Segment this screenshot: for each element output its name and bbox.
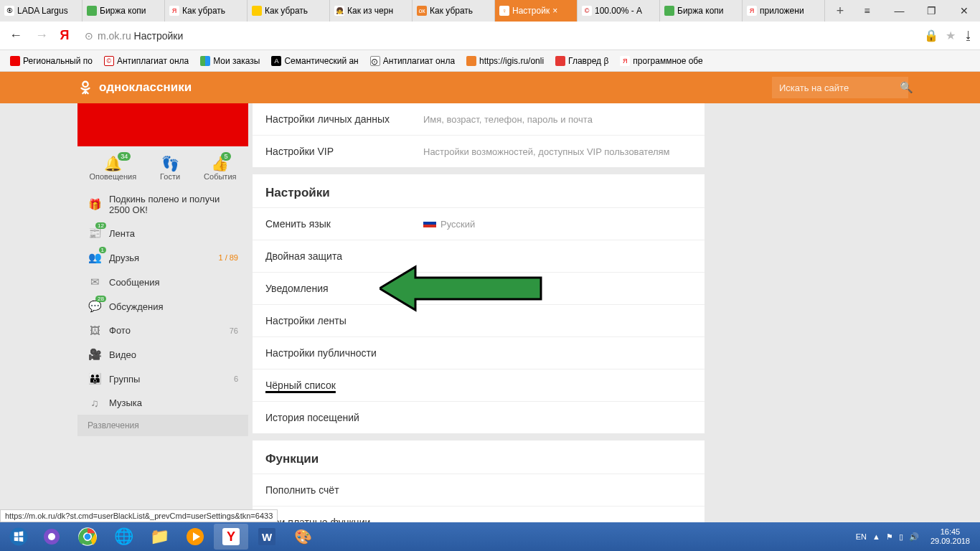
- globe-icon: ⊙: [85, 30, 93, 42]
- bookmark-5[interactable]: https://igis.ru/onli: [462, 55, 548, 67]
- guests-button[interactable]: 👣Гости: [160, 155, 180, 181]
- cortana-button[interactable]: [34, 524, 69, 550]
- nav-photo[interactable]: 🖼Фото76: [77, 319, 248, 342]
- tab-0[interactable]: ⦿LADA Largus: [0, 0, 83, 22]
- ok-logo[interactable]: одноклассники: [77, 80, 192, 95]
- bookmark-3[interactable]: AСемантический ан: [267, 55, 362, 67]
- svg-point-5: [10, 528, 28, 546]
- nav-section-entertainment: Развлечения: [77, 415, 248, 436]
- ie-button[interactable]: 🌐: [106, 524, 141, 550]
- ok-header: одноклассники 🔍: [0, 72, 980, 103]
- nav-discussions[interactable]: 💬28Обсуждения: [77, 294, 248, 319]
- close-icon[interactable]: ×: [552, 6, 557, 16]
- tray-flag-icon[interactable]: ▲: [872, 532, 880, 541]
- tab-4[interactable]: 👧Как из черн: [330, 0, 413, 22]
- media-button[interactable]: [178, 524, 212, 550]
- row-topup[interactable]: Пополнить счёт: [253, 474, 705, 506]
- back-button[interactable]: ←: [6, 26, 26, 46]
- downloads-icon[interactable]: ⭳: [963, 29, 974, 42]
- tray-action-center-icon[interactable]: ⚑: [886, 532, 893, 542]
- tab-1[interactable]: Биржа копи: [83, 0, 165, 22]
- tab-7[interactable]: ©100.00% - А: [578, 0, 660, 22]
- row-vip-settings[interactable]: Настройки VIPНастройки возможностей, дос…: [253, 135, 705, 167]
- window-controls: ≡ — ❐ ✕: [851, 0, 980, 22]
- row-privacy-settings[interactable]: Настройки публичности: [253, 336, 705, 369]
- paint-button[interactable]: 🎨: [286, 524, 320, 550]
- profile-block[interactable]: [77, 103, 248, 146]
- bookmark-6[interactable]: Главред β: [551, 55, 613, 67]
- row-double-protection[interactable]: Двойная защита: [253, 240, 705, 272]
- protect-icon[interactable]: 🔒: [924, 29, 938, 42]
- bookmark-7[interactable]: Япрограммное обе: [616, 55, 707, 67]
- minimize-button[interactable]: —: [883, 0, 915, 22]
- tab-5[interactable]: окКак убрать: [413, 0, 495, 22]
- tray-battery-icon[interactable]: ▯: [899, 532, 903, 542]
- url-bar[interactable]: ⊙ m.ok.ru Настройки: [77, 25, 918, 47]
- tab-2[interactable]: ЯКак убрать: [165, 0, 248, 22]
- row-language[interactable]: Сменить языкРусский: [253, 207, 705, 240]
- chrome-button[interactable]: [70, 524, 105, 550]
- tab-6-active[interactable]: ♀Настройк×: [495, 0, 578, 22]
- nav-messages[interactable]: ✉Сообщения: [77, 270, 248, 294]
- card-top: Настройки личных данныхИмя, возраст, тел…: [253, 103, 705, 167]
- thumb-icon: 👍: [204, 155, 236, 172]
- main-panel: Настройки личных данныхИмя, возраст, тел…: [253, 103, 705, 528]
- row-history[interactable]: История посещений: [253, 401, 705, 433]
- url-text: m.ok.ru Настройки: [98, 30, 183, 42]
- notifications-button[interactable]: 🔔34Оповещения: [89, 155, 136, 181]
- nav-groups[interactable]: 👪Группы6: [77, 367, 248, 391]
- friends-icon: 👥1: [88, 251, 102, 264]
- bookmark-star-icon[interactable]: ★: [946, 29, 956, 42]
- browser-navbar: ← → Я ⊙ m.ok.ru Настройки 🔒 ★ ⭳: [0, 22, 980, 50]
- footsteps-icon: 👣: [160, 155, 180, 172]
- bookmark-1[interactable]: ©Антиплагиат онла: [100, 55, 193, 67]
- search-input[interactable]: [779, 83, 900, 93]
- new-tab-button[interactable]: +: [829, 0, 851, 22]
- yandex-logo[interactable]: Я: [57, 29, 72, 43]
- nav-friends[interactable]: 👥1Друзья1 / 89: [77, 245, 248, 270]
- tab-9[interactable]: Яприложени: [743, 0, 825, 22]
- yandex-browser-button[interactable]: Y: [214, 524, 248, 550]
- restore-button[interactable]: ❐: [915, 0, 948, 22]
- browser-tabs: ⦿LADA Largus Биржа копи ЯКак убрать Как …: [0, 0, 829, 22]
- side-actions: 🔔34Оповещения 👣Гости 👍5События: [77, 146, 248, 188]
- nav-music[interactable]: ♫Музыка: [77, 391, 248, 415]
- tray-lang[interactable]: EN: [856, 532, 867, 541]
- close-button[interactable]: ✕: [948, 0, 980, 22]
- svg-rect-2: [423, 222, 436, 225]
- card-settings: Настройки Сменить языкРусский Двойная за…: [253, 174, 705, 433]
- site-search[interactable]: 🔍: [772, 77, 908, 98]
- feed-icon: 📰12: [88, 227, 102, 240]
- row-personal-settings[interactable]: Настройки личных данныхИмя, возраст, тел…: [253, 103, 705, 135]
- nav-video[interactable]: 🎥Видео: [77, 342, 248, 367]
- menu-button[interactable]: ≡: [851, 0, 883, 22]
- bookmark-4[interactable]: ⊙Антиплагиат онла: [366, 55, 459, 67]
- tray-volume-icon[interactable]: 🔊: [909, 532, 919, 542]
- bookmark-0[interactable]: Региональный по: [6, 55, 97, 67]
- tab-3[interactable]: Как убрать: [248, 0, 330, 22]
- svg-rect-3: [423, 225, 436, 227]
- forward-button[interactable]: →: [32, 26, 52, 46]
- functions-heading: Функции: [253, 441, 705, 474]
- row-blacklist[interactable]: Чёрный список: [253, 369, 705, 401]
- card-functions: Функции Пополнить счёт Мои платные функц…: [253, 441, 705, 528]
- row-feed-settings[interactable]: Настройки ленты: [253, 304, 705, 336]
- promo-item[interactable]: 🎁Подкинь полено и получи2500 ОК!: [77, 188, 248, 221]
- nav-feed[interactable]: 📰12Лента: [77, 221, 248, 245]
- word-button[interactable]: W: [250, 524, 284, 550]
- ok-brand-text: одноклассники: [99, 80, 192, 95]
- music-icon: ♫: [88, 397, 102, 409]
- search-icon[interactable]: 🔍: [900, 81, 913, 94]
- bookmark-2[interactable]: Мои заказы: [196, 55, 264, 67]
- system-tray: EN ▲ ⚑ ▯ 🔊 16:4529.09.2018: [856, 527, 976, 546]
- start-button[interactable]: [4, 524, 33, 550]
- groups-icon: 👪: [88, 372, 102, 385]
- side-nav: 🎁Подкинь полено и получи2500 ОК! 📰12Лент…: [77, 188, 248, 436]
- photo-icon: 🖼: [88, 324, 102, 336]
- explorer-button[interactable]: 📁: [142, 524, 176, 550]
- events-button[interactable]: 👍5События: [204, 155, 236, 181]
- tray-clock[interactable]: 16:4529.09.2018: [925, 527, 976, 546]
- row-notifications[interactable]: Уведомления: [253, 272, 705, 304]
- hover-status-url: https://m.ok.ru/dk?st.cmd=userBlackList&…: [0, 509, 278, 522]
- tab-8[interactable]: Биржа копи: [660, 0, 743, 22]
